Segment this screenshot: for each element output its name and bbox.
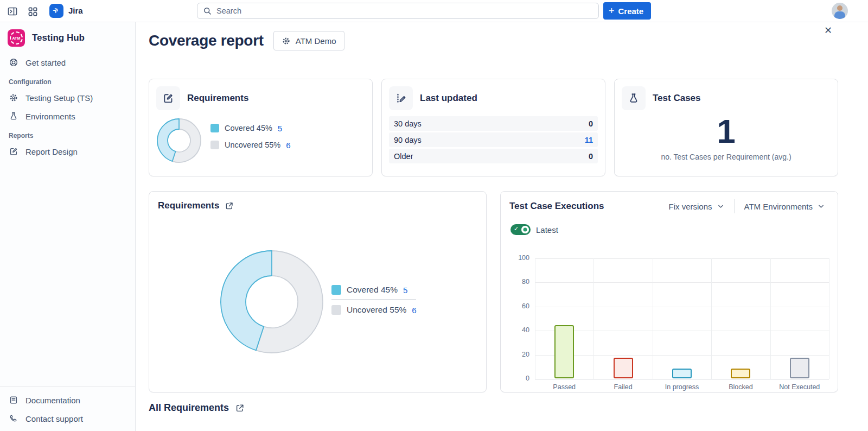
- search-bar[interactable]: [197, 3, 599, 19]
- sidebar-footer: Documentation Contact support: [0, 386, 135, 428]
- sidebar: ATM Testing Hub Get started Configuratio…: [0, 22, 136, 431]
- last-updated-card-icon-box: [389, 86, 413, 110]
- page-header: Coverage report ATM Demo: [149, 31, 344, 50]
- plus-icon: +: [609, 6, 615, 16]
- bar-failed[interactable]: [614, 358, 633, 378]
- covered-swatch: [331, 285, 341, 295]
- requirements-detail-legend: Covered 45% 5 Uncovered 55% 6: [331, 283, 417, 317]
- sidebar-section-configuration: Configuration: [0, 72, 135, 88]
- filter-divider: [734, 199, 735, 213]
- uncovered-count-link[interactable]: 6: [286, 141, 290, 150]
- gear-icon: [282, 36, 291, 46]
- legend-row-covered: Covered 45% 5: [210, 122, 291, 135]
- sidebar-section-reports: Reports: [0, 125, 135, 142]
- y-tick-label-40: 40: [512, 326, 529, 334]
- toggle-knob: [521, 226, 529, 233]
- gridline-x-0: [535, 258, 535, 379]
- latest-toggle[interactable]: ✓: [510, 224, 531, 235]
- bar-in-progress[interactable]: [672, 369, 692, 378]
- covered-swatch: [210, 124, 219, 132]
- card-title: Test Cases: [653, 93, 701, 104]
- gridline-x-5: [829, 258, 829, 379]
- all-requirements-section-header: All Requirements: [149, 402, 245, 414]
- latest-toggle-row: ✓ Latest: [510, 224, 558, 235]
- app-switcher-icon[interactable]: [25, 4, 40, 18]
- x-category-label-failed: Failed: [614, 383, 633, 391]
- edit-icon: [9, 147, 18, 156]
- page-title: Coverage report: [149, 32, 264, 49]
- summary-cards-row: Requirements Covered 45% 5 Uncovered 55%…: [149, 79, 838, 176]
- legend-row-uncovered: Uncovered 55% 6: [210, 138, 291, 151]
- test-case-executions-card: Test Case Executions Fix versions ATM En…: [500, 191, 838, 392]
- sidebar-app-header[interactable]: ATM Testing Hub: [0, 22, 135, 53]
- legend-divider: [331, 300, 416, 300]
- jira-logo[interactable]: »: [49, 4, 63, 18]
- create-button[interactable]: + Create: [603, 2, 651, 20]
- gridline-y-60: [535, 307, 829, 307]
- external-link-icon[interactable]: [235, 403, 245, 413]
- bar-blocked[interactable]: [731, 369, 750, 378]
- search-input[interactable]: [216, 7, 593, 15]
- y-tick-label-80: 80: [512, 278, 529, 286]
- chevron-down-icon: [818, 203, 825, 210]
- y-tick-label-60: 60: [512, 302, 529, 310]
- executions-filters: Fix versions ATM Environments: [663, 199, 830, 213]
- requirements-donut-small: [156, 118, 202, 163]
- covered-count-link[interactable]: 5: [278, 124, 282, 133]
- lifebuoy-icon: [9, 58, 18, 67]
- edit-icon: [162, 92, 174, 104]
- search-icon: [203, 7, 212, 16]
- gear-icon: [9, 93, 18, 103]
- sidebar-app-title: Testing Hub: [32, 33, 85, 43]
- flask-icon: [628, 92, 640, 104]
- requirements-summary-card: Requirements Covered 45% 5 Uncovered 55%…: [149, 79, 373, 176]
- avatar-body: [834, 11, 845, 19]
- main-content: Coverage report ATM Demo ✕ Requirements …: [136, 22, 868, 431]
- x-category-label-in-progress: In progress: [665, 383, 699, 391]
- last-updated-row-30-days: 30 days 0: [389, 116, 598, 131]
- bar-not-executed[interactable]: [790, 358, 809, 378]
- uncovered-count-link[interactable]: 6: [412, 306, 416, 315]
- sidebar-item-contact-support[interactable]: Contact support: [0, 409, 135, 428]
- uncovered-swatch: [331, 305, 341, 315]
- avatar-head: [837, 5, 843, 11]
- user-avatar[interactable]: [832, 3, 848, 19]
- y-tick-label-20: 20: [512, 351, 529, 358]
- test-cases-card: Test Cases 1 no. Test Cases per Requirem…: [614, 79, 838, 176]
- x-category-label-passed: Passed: [553, 383, 576, 391]
- app-name[interactable]: Jira: [68, 6, 83, 15]
- atm-environments-dropdown[interactable]: ATM Environments: [739, 202, 830, 211]
- bar-passed[interactable]: [554, 325, 574, 378]
- jira-logo-mark: »: [50, 4, 61, 16]
- close-icon[interactable]: ✕: [824, 26, 832, 35]
- sidebar-item-environments[interactable]: Environments: [0, 107, 135, 125]
- executions-bar-chart: 020406080100PassedFailedIn progressBlock…: [508, 254, 829, 379]
- sidebar-item-testing-setup[interactable]: Testing Setup (TS): [0, 88, 135, 107]
- y-tick-label-0: 0: [512, 375, 529, 382]
- all-requirements-title: All Requirements: [149, 402, 229, 414]
- x-category-label-blocked: Blocked: [729, 383, 752, 391]
- last-updated-value-2: 0: [589, 152, 593, 161]
- requirements-donut-large: [220, 250, 324, 354]
- executions-plot: 020406080100PassedFailedIn progressBlock…: [535, 258, 829, 379]
- external-link-icon[interactable]: [225, 201, 234, 211]
- sidebar-toggle-icon[interactable]: [5, 4, 20, 18]
- last-updated-value-1[interactable]: 11: [585, 136, 593, 144]
- uncovered-swatch: [210, 141, 219, 149]
- test-cases-card-icon-box: [622, 86, 646, 110]
- flask-icon: [9, 111, 18, 121]
- sidebar-item-get-started[interactable]: Get started: [0, 53, 135, 72]
- detail-cards-row: Requirements Covered 45% 5 Uncovered 55%…: [149, 191, 838, 392]
- card-title: Test Case Executions: [509, 201, 604, 212]
- gridline-x-1: [593, 258, 594, 379]
- x-category-label-not-executed: Not Executed: [779, 383, 820, 391]
- fix-versions-dropdown[interactable]: Fix versions: [663, 202, 730, 211]
- covered-count-link[interactable]: 5: [403, 286, 407, 295]
- gridline-x-2: [653, 258, 653, 379]
- gridline-y-0: [535, 379, 829, 379]
- top-navigation-bar: » Jira + Create: [0, 0, 868, 22]
- last-updated-row-older: Older 0: [389, 149, 598, 163]
- project-selector-button[interactable]: ATM Demo: [273, 31, 344, 50]
- sidebar-item-report-design[interactable]: Report Design: [0, 142, 135, 161]
- sidebar-item-documentation[interactable]: Documentation: [0, 391, 135, 409]
